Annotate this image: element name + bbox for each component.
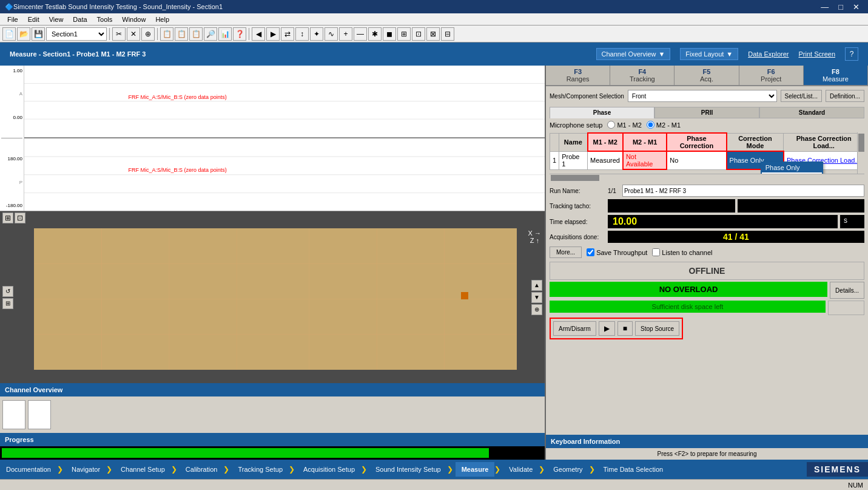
nav-down[interactable]: ▼ [531,292,542,303]
axis-indicator: X → Z ↑ [528,230,541,244]
dropdown-option-no[interactable]: No [762,172,822,174]
fixed-layout-button[interactable]: Fixed Layout ▼ [680,48,738,60]
mic-option-m2m1[interactable]: M2 - M1 [647,121,681,129]
h-scrollbar[interactable] [550,174,864,181]
menu-tools[interactable]: Tools [92,15,118,24]
nav-calibration[interactable]: Calibration [180,462,224,477]
dropdown-option-phase-only[interactable]: Phase Only [762,163,822,172]
nav-measure[interactable]: Measure [456,462,495,477]
right-panel: F3 Ranges F4 Tracking F5 Acq. F6 Project… [546,66,868,460]
toolbar-btn3[interactable]: ⊕ [141,27,155,41]
nav-time-data[interactable]: Time Data Selection [597,462,670,477]
tab-measure[interactable]: F8 Measure [804,66,868,85]
tab-prii[interactable]: PRII [654,107,759,118]
scale-btn[interactable]: ⊞ [2,298,13,309]
3d-btn-2[interactable]: ⊡ [15,213,25,223]
nav-tracking-setup[interactable]: Tracking Setup [232,462,289,477]
chart-label-1: FRF Mic_A:S/Mic_B:S (zero data points) [129,94,227,100]
maximize-button[interactable]: □ [835,2,847,12]
toolbar-open[interactable]: 📂 [17,27,30,41]
print-screen-link[interactable]: Print Screen [798,50,835,58]
listen-channel-checkbox[interactable]: Listen to channel [652,248,712,256]
nav-channel-setup[interactable]: Channel Setup [115,462,171,477]
help-button[interactable]: ? [845,47,858,61]
toolbar-btn22[interactable]: ⊠ [426,27,440,41]
nav-geometry[interactable]: Geometry [547,462,588,477]
channel-overview-button[interactable]: Channel Overview ▼ [596,48,671,60]
toolbar-btn12[interactable]: ⇄ [281,27,294,41]
toolbar-btn17[interactable]: — [354,27,367,41]
toolbar-btn21[interactable]: ⊡ [412,27,425,41]
definition-button[interactable]: Definition... [826,90,864,102]
menu-edit[interactable]: Edit [23,15,44,24]
nav-zoom[interactable]: ⊕ [531,304,542,315]
more-button[interactable]: More... [550,247,582,258]
minimize-button[interactable]: — [817,2,832,12]
nav-acquisition-setup[interactable]: Acquisition Setup [297,462,361,477]
table-scrollbar[interactable] [857,132,864,174]
y2-zero: -180.00 [0,203,24,208]
section-dropdown[interactable]: Section1 [46,27,107,41]
details-button[interactable]: Details... [830,282,864,299]
menu-help[interactable]: Help [150,15,174,24]
tab-phase[interactable]: Phase [550,107,654,118]
toolbar-btn7[interactable]: 🔎 [204,27,217,41]
scrollbar-thumb[interactable] [858,134,864,152]
toolbar-btn23[interactable]: ⊟ [441,27,454,41]
nav-sound-intensity-setup[interactable]: Sound Intensity Setup [369,462,447,477]
close-button[interactable]: ✕ [849,2,863,12]
nav-up[interactable]: ▲ [531,280,542,291]
toolbar-btn16[interactable]: + [339,27,352,41]
amplitude-label: A [0,91,24,97]
menu-data[interactable]: Data [68,15,92,24]
tab-standard[interactable]: Standard [759,107,864,118]
chart-area: 1.00 A 0.00 180.00 P -180.00 FRF Mic_A:S… [0,66,545,211]
tab-tracking[interactable]: F4 Tracking [610,66,675,85]
pause-button[interactable]: ■ [617,321,633,336]
toolbar-btn4[interactable]: 📋 [160,27,173,41]
tab-acq[interactable]: F5 Acq. [675,66,739,85]
toolbar-btn11[interactable]: ▶ [266,27,280,41]
toolbar-btn2[interactable]: ✕ [127,27,140,41]
toolbar-btn14[interactable]: ✦ [310,27,323,41]
data-explorer-link[interactable]: Data Explorer [748,50,789,58]
arm-disarm-button[interactable]: Arm/Disarm [553,321,596,336]
keyboard-message: Press <F2> to prepare for measuring [546,448,868,460]
nav-navigator[interactable]: Navigator [66,462,106,477]
mic-option-m1m2[interactable]: M1 - M2 [607,121,641,129]
window-controls[interactable]: — □ ✕ [817,2,863,12]
stop-source-button[interactable]: Stop Source [635,321,679,336]
chart-label-2: FRF Mic_A:S/Mic_B:S (zero data points) [129,167,227,173]
toolbar-btn6[interactable]: 📋 [189,27,203,41]
select-list-button[interactable]: Select/List... [781,90,822,102]
menu-window[interactable]: Window [117,15,150,24]
3d-btn-1[interactable]: ⊞ [2,213,13,223]
toolbar-btn9[interactable]: ❓ [233,27,246,41]
play-button[interactable]: ▶ [599,321,615,336]
tab-ranges[interactable]: F3 Ranges [546,66,610,85]
position-marker [461,292,468,299]
toolbar-btn10[interactable]: ◀ [252,27,265,41]
nav-documentation[interactable]: Documentation [0,462,57,477]
toolbar-save[interactable]: 💾 [32,27,45,41]
toolbar-btn18[interactable]: ✱ [368,27,382,41]
toolbar-btn5[interactable]: 📋 [175,27,188,41]
tab-project[interactable]: F6 Project [739,66,804,85]
h-scrollbar-thumb[interactable] [551,175,599,181]
toolbar-btn20[interactable]: ⊞ [397,27,411,41]
mesh-dropdown[interactable]: Front [628,90,777,102]
toolbar-btn15[interactable]: ∿ [325,27,338,41]
toolbar-btn19[interactable]: ◼ [383,27,396,41]
toolbar-new[interactable]: 📄 [2,27,16,41]
time-value: 10.00 [608,215,838,228]
toolbar-btn13[interactable]: ↕ [295,27,309,41]
save-throughput-checkbox[interactable]: Save Throughput [587,248,647,256]
toolbar-btn1[interactable]: ✂ [112,27,126,41]
toolbar-btn8[interactable]: 📊 [218,27,232,41]
run-name-input[interactable] [622,185,864,197]
col-phase-load: Phase Correction Load... [784,133,864,151]
nav-validate[interactable]: Validate [503,462,539,477]
menu-file[interactable]: File [2,15,23,24]
rotate-btn[interactable]: ↺ [2,286,13,297]
menu-view[interactable]: View [44,15,69,24]
